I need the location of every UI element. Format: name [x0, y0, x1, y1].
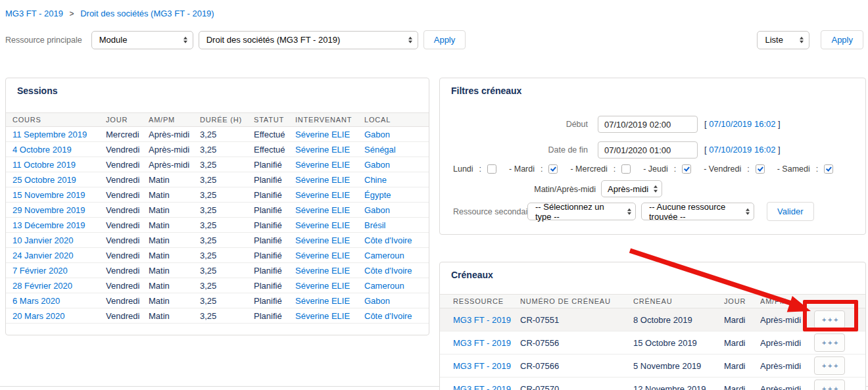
view-apply-button[interactable]: Apply — [821, 30, 863, 49]
local-link[interactable]: Brésil — [364, 220, 386, 230]
session-cell-duree: 3,25 — [200, 233, 254, 248]
day-checkbox[interactable] — [824, 164, 833, 174]
debut-input[interactable] — [598, 116, 698, 133]
breadcrumb: MG3 FT - 2019 > Droit des sociétés (MG3 … — [5, 9, 214, 18]
table-row: 11 Octobre 2019VendrediAprès-midi3,25Pla… — [6, 157, 429, 172]
session-date-link[interactable]: 29 Novembre 2019 — [12, 205, 85, 215]
day-checkbox[interactable] — [487, 164, 496, 174]
local-link[interactable]: Gabon — [364, 296, 390, 306]
session-cell-jour: Vendredi — [106, 172, 149, 187]
bracket: [ — [704, 145, 707, 155]
session-cell-ampm: Matin — [149, 278, 200, 293]
intervenant-link[interactable]: Séverine ELIE — [295, 235, 350, 245]
intervenant-link[interactable]: Séverine ELIE — [295, 281, 350, 291]
session-cell-cours: 10 Janvier 2020 — [6, 233, 106, 248]
secondary-type-select[interactable]: -- Sélectionnez un type -- — [527, 203, 636, 220]
select-arrows-icon — [654, 185, 658, 193]
select-arrows-icon — [800, 36, 804, 43]
local-link[interactable]: Gabon — [364, 205, 390, 215]
valider-button[interactable]: Valider — [767, 202, 814, 221]
session-cell-intervenant: Séverine ELIE — [295, 172, 364, 187]
day-label: - Jeudi — [643, 164, 668, 174]
intervenant-link[interactable]: Séverine ELIE — [295, 175, 350, 185]
secondary-resource-select[interactable]: -- Aucune ressource trouvée -- — [641, 203, 754, 220]
local-link[interactable]: Sénégal — [364, 145, 396, 155]
local-link[interactable]: Côte d'Ivoire — [364, 266, 412, 276]
bracket: ] — [778, 119, 781, 129]
session-date-link[interactable]: 11 Septembre 2019 — [12, 130, 87, 139]
session-date-link[interactable]: 11 Octobre 2019 — [12, 160, 76, 170]
apply-button[interactable]: Apply — [423, 30, 466, 49]
day-checkbox[interactable] — [621, 164, 631, 174]
session-cell-cours: 20 Mars 2020 — [6, 308, 106, 324]
fin-time-link[interactable]: 07/10/2019 16:02 — [709, 145, 775, 155]
local-link[interactable]: Chine — [364, 175, 387, 185]
resource-select-value: Droit des sociétés (MG3 FT - 2019) — [206, 35, 341, 45]
intervenant-link[interactable]: Séverine ELIE — [295, 251, 350, 260]
day-colon: : — [674, 164, 676, 174]
intervenant-link[interactable]: Séverine ELIE — [295, 190, 350, 200]
debut-time-link[interactable]: 07/10/2019 16:02 — [709, 119, 775, 129]
day-checkbox[interactable] — [548, 164, 558, 174]
intervenant-link[interactable]: Séverine ELIE — [295, 130, 350, 139]
local-link[interactable]: Cameroun — [364, 281, 404, 291]
column-header-intervenant: INTERVENANT — [295, 113, 364, 127]
session-date-link[interactable]: 7 Février 2020 — [12, 266, 68, 276]
session-date-link[interactable]: 4 Octobre 2019 — [12, 145, 72, 155]
creneau-cell-actions: +++ — [814, 378, 865, 390]
session-date-link[interactable]: 24 Janvier 2020 — [12, 251, 74, 260]
local-link[interactable]: Gabon — [364, 130, 390, 139]
local-link[interactable]: Côte d'Ivoire — [364, 235, 412, 245]
day-checkbox-group: - Jeudi: — [643, 164, 691, 174]
session-cell-local: Égypte — [364, 187, 429, 203]
add-creneau-button[interactable]: +++ — [814, 310, 845, 329]
session-date-link[interactable]: 10 Janvier 2020 — [12, 235, 74, 245]
local-link[interactable]: Égypte — [364, 190, 391, 200]
intervenant-link[interactable]: Séverine ELIE — [295, 220, 350, 230]
add-creneau-button[interactable]: +++ — [814, 333, 845, 352]
filters-panel-title: Filtres créneaux — [451, 85, 865, 96]
creneau-cell-ampm: Après-midi — [760, 378, 814, 390]
local-link[interactable]: Cameroun — [364, 251, 404, 260]
session-cell-cours: 15 Novembre 2019 — [6, 187, 106, 203]
toolbar-view: Liste Apply — [757, 30, 863, 49]
session-date-link[interactable]: 15 Novembre 2019 — [12, 190, 85, 200]
intervenant-link[interactable]: Séverine ELIE — [295, 205, 350, 215]
intervenant-link[interactable]: Séverine ELIE — [295, 145, 350, 155]
resource-select[interactable]: Droit des sociétés (MG3 FT - 2019) — [199, 31, 418, 49]
resource-type-select[interactable]: Module — [91, 31, 193, 49]
ressource-link[interactable]: MG3 FT - 2019 — [453, 338, 511, 348]
session-cell-local: Côte d'Ivoire — [364, 308, 429, 324]
local-link[interactable]: Gabon — [364, 160, 390, 170]
breadcrumb-link-module[interactable]: Droit des sociétés (MG3 FT - 2019) — [80, 9, 214, 18]
day-checkbox-group: - Samedi: — [777, 164, 834, 174]
add-creneau-button[interactable]: +++ — [814, 356, 845, 375]
ressource-link[interactable]: MG3 FT - 2019 — [453, 384, 511, 390]
local-link[interactable]: Côte d'Ivoire — [364, 311, 412, 321]
fin-input[interactable] — [598, 141, 698, 158]
session-date-link[interactable]: 25 Octobre 2019 — [12, 175, 76, 185]
ampm-select[interactable]: Après-midi — [601, 180, 662, 197]
ressource-link[interactable]: MG3 FT - 2019 — [453, 361, 511, 371]
session-cell-cours: 11 Octobre 2019 — [6, 157, 106, 172]
add-creneau-button[interactable]: +++ — [814, 379, 845, 390]
column-header-ressource: RESSOURCE — [440, 295, 520, 308]
session-date-link[interactable]: 13 Décembre 2019 — [12, 220, 85, 230]
creneau-cell-creneau: 15 Octobre 2019 — [633, 331, 724, 354]
ressource-link[interactable]: MG3 FT - 2019 — [453, 315, 511, 325]
intervenant-link[interactable]: Séverine ELIE — [295, 296, 350, 306]
session-cell-statut: Planifié — [254, 218, 295, 233]
intervenant-link[interactable]: Séverine ELIE — [295, 160, 350, 170]
table-row: 25 Octobre 2019VendrediMatin3,25Planifié… — [6, 172, 429, 187]
view-select[interactable]: Liste — [757, 31, 809, 49]
session-date-link[interactable]: 28 Février 2020 — [12, 281, 72, 291]
day-checkbox[interactable] — [756, 164, 765, 174]
intervenant-link[interactable]: Séverine ELIE — [295, 266, 350, 276]
intervenant-link[interactable]: Séverine ELIE — [295, 311, 350, 321]
day-checkbox[interactable] — [682, 164, 691, 174]
checkmark-icon — [684, 165, 690, 171]
breadcrumb-link-resource[interactable]: MG3 FT - 2019 — [5, 9, 63, 18]
session-date-link[interactable]: 6 Mars 2020 — [12, 296, 60, 306]
session-date-link[interactable]: 20 Mars 2020 — [12, 311, 65, 321]
day-checkboxes-row: Lundi:- Mardi:- Mercredi:- Jeudi:- Vendr… — [453, 164, 846, 174]
